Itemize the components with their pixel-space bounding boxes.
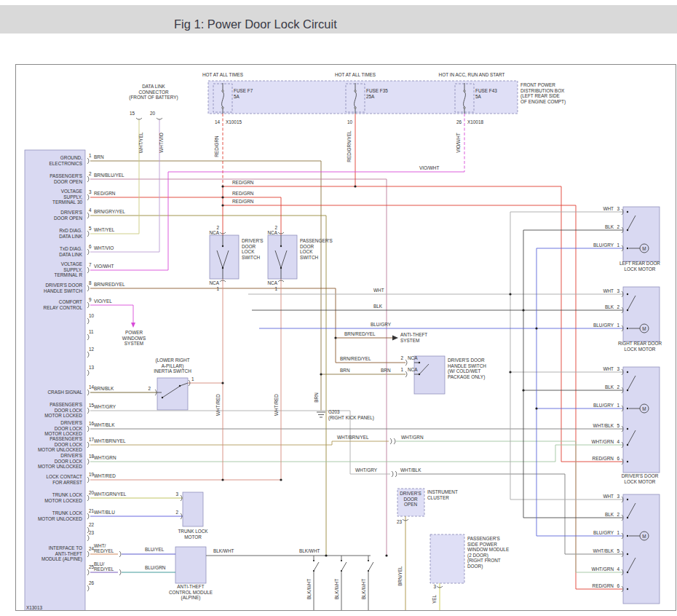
pin-number: 3 (617, 288, 619, 293)
wire-label: WHT/GRN (94, 455, 116, 460)
motor-m: M (642, 406, 646, 411)
wire-label: WHT/BRN/YEL (337, 435, 369, 440)
motor-name: RIGHT REAR DOORLOCK MOTOR (618, 341, 662, 352)
wire-label-vertical: BLK/WHT (334, 579, 339, 600)
wire-label: WHT/BLK (400, 467, 421, 473)
wire-label: WHT/GRY (355, 467, 378, 473)
component-label: PASSENGER'SDOORLOCKSWITCH (300, 238, 333, 260)
component-label: ANTI-THEFTCONTROL MODULE(ALPINE) (169, 584, 213, 601)
passengers-door-lock-motor-box (623, 494, 660, 604)
pin-number: 3 (89, 189, 92, 194)
instrument-cluster-label: INSTRUMENTCLUSTER (427, 489, 458, 500)
pin-number: 9 (89, 297, 92, 302)
wire-label: BLU/RED/YEL (94, 561, 114, 572)
passengers-door-lock-switch-box (268, 235, 297, 279)
pin-number: 6 (89, 244, 92, 249)
middle-labels: DRIVER'SDOORLOCKSWITCH PASSENGER'SDOORLO… (122, 225, 486, 473)
function-label: DRIVER'S DOORHANDLE SWITCH (44, 283, 82, 293)
wire-label: WHT/GRN/YEL (94, 491, 127, 497)
wire-label: BRN/RED/YEL (340, 356, 371, 361)
wire-label: BRN (340, 368, 350, 373)
wire-label: BLU/GRY (371, 322, 392, 327)
wire-label: BLU/GRY (593, 530, 614, 535)
wire-label: WHT/BRN/YEL (94, 438, 126, 443)
dlc-pin: 15 (130, 111, 135, 116)
anti-theft-arrow (392, 336, 398, 341)
pin-number: 1 (617, 242, 619, 248)
ground-label: G203(RIGHT KICK PANEL) (328, 409, 374, 421)
wire-label-vertical: BRN/YEL (397, 566, 403, 586)
wire-label: BRN (381, 368, 391, 373)
motor-m: M (642, 534, 646, 539)
distribution-box-label: FRONT POWERDISTRIBUTION BOX(LEFT REAR SI… (520, 82, 566, 105)
title-bar: Fig 1: Power Door Lock Circuit (0, 5, 677, 33)
wire-label: WHT (603, 366, 614, 371)
pin-number: 5 (617, 423, 619, 428)
wire-label-vertical: WHT/VIO (159, 133, 164, 152)
diagram-canvas: M M M M 1 2 3 4 5 6 7 8 9 10 11 12 13 14… (15, 64, 676, 611)
pin-number: 11 (89, 329, 94, 334)
pin-number: 6 (617, 583, 619, 588)
wire-label: RED/GRN (232, 191, 254, 196)
wire-wht-grn (90, 441, 622, 572)
power-windows-arrow (131, 323, 135, 328)
pin-number: 3 (433, 584, 436, 589)
wire-label-vertical: WHT/YEL (138, 132, 143, 153)
pin-number: 4 (617, 439, 619, 444)
wire-label: BLU/GRY (593, 403, 614, 408)
pin-number: 1 (89, 153, 92, 158)
wire-label: WHT/BLK (593, 548, 614, 553)
wire-label-vertical: RED/GRN/YEL (347, 130, 352, 162)
wire-label: BRN/GRY/YEL (94, 209, 125, 214)
wire-label: BRN/RED/YEL (94, 282, 125, 287)
drivers-door-lock-switch-box (210, 235, 239, 279)
pin-number: 6 (617, 456, 619, 461)
component-label: DRIVER'SDOORLOCKSWITCH (242, 238, 264, 260)
inertia-switch-box (157, 378, 188, 410)
wire-label: BLK/WHT (299, 548, 320, 553)
wire-label: VIO/WHT (94, 264, 114, 269)
passenger-window-module-box (430, 534, 464, 583)
pin-number: 1 (191, 376, 194, 382)
motor-m: M (642, 246, 646, 251)
fuse-exit-pin: 10 (347, 119, 353, 125)
right-rear-door-lock-motor-box (623, 287, 660, 341)
pin-number: 23 (397, 519, 403, 524)
fuse-header: HOT IN ACC, RUN AND START (439, 72, 505, 77)
power-windows-label: POWERWINDOWSSYSTEM (122, 330, 146, 346)
pin-number: 22 (89, 522, 95, 527)
pin-number: 2 (617, 304, 619, 309)
pin-number: 7 (89, 262, 92, 267)
pin-number: 1 (617, 403, 619, 408)
pin-number: 1 (274, 286, 277, 291)
wire-label-vertical: BLK/WHT (361, 579, 366, 600)
wire-label-vertical: RED/GRN (214, 135, 219, 157)
wire-label: WHT/GRY (94, 404, 116, 409)
data-link-connector-label: DATA LINKCONNECTOR(FRONT OF BATTERY) (129, 84, 178, 100)
pin-number: 2 (89, 171, 92, 176)
wire-label: BLK (605, 304, 614, 309)
nca-label: NCA (408, 367, 418, 372)
pin-number: 2 (216, 225, 219, 230)
nca-label: NCA (268, 230, 278, 235)
pin-number: 1 (400, 367, 403, 372)
function-label: CRASH SIGNAL (47, 390, 82, 395)
wire-label-vertical: WHT/RED (215, 394, 221, 416)
wire-label: BLK (605, 384, 614, 390)
wire-label: RED/GRN (94, 191, 116, 196)
pin-number: 2 (175, 510, 178, 515)
fuse-exit-pin: 26 (456, 119, 462, 125)
wire-label: BRN/RED/YEL (344, 331, 376, 336)
pin-number: 2 (400, 355, 403, 360)
pin-number: 1 (617, 530, 619, 535)
wire-wht-blk (90, 429, 622, 554)
component-label: TRUNK LOCKMOTOR (178, 529, 208, 540)
pin-number: 4 (617, 566, 619, 572)
wire-label-vertical: YEL (432, 595, 437, 604)
wire-label: BLK (605, 224, 614, 229)
nca-label: NCA (210, 230, 220, 235)
nca-label: NCA (268, 280, 278, 285)
pin-number: 2 (148, 386, 151, 391)
wire-label: VIO/YEL (94, 299, 112, 304)
pin-number: 5 (89, 226, 92, 231)
